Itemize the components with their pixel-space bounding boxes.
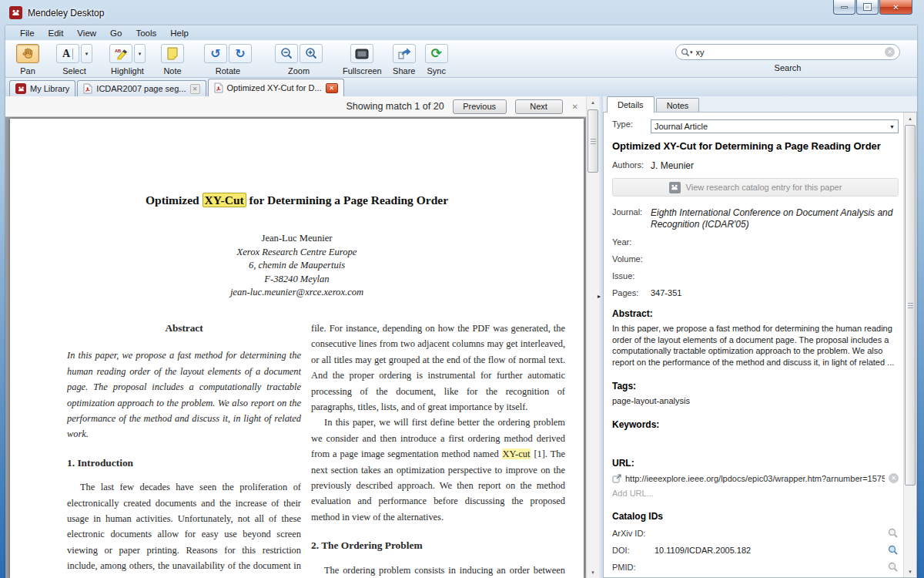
abstract-heading: Abstract: bbox=[612, 308, 899, 319]
zoom-in-button[interactable] bbox=[300, 44, 323, 63]
combo-arrow-icon: ▼ bbox=[889, 124, 895, 129]
minimize-button[interactable] bbox=[833, 0, 855, 15]
details-scroll-thumb[interactable] bbox=[905, 125, 916, 486]
note-group: Note bbox=[161, 44, 184, 76]
pdf-viewport[interactable]: Optimized XY-Cut for Determining a Page … bbox=[5, 117, 586, 578]
pane-splitter[interactable]: ▸ bbox=[599, 96, 603, 578]
search-clear-icon[interactable]: ✕ bbox=[885, 47, 895, 57]
scroll-down-icon[interactable]: ▼ bbox=[587, 566, 599, 578]
pdf-file-icon bbox=[214, 82, 223, 93]
pmid-lookup-icon[interactable] bbox=[888, 562, 899, 573]
scroll-down-icon[interactable]: ▼ bbox=[904, 566, 916, 577]
menu-bar: File Edit View Go Tools Help bbox=[5, 25, 917, 40]
authors-value[interactable]: J. Meunier bbox=[651, 160, 694, 171]
menu-tools[interactable]: Tools bbox=[129, 28, 163, 39]
tab-close-icon[interactable]: ✕ bbox=[190, 84, 200, 94]
highlighter-icon: AB bbox=[114, 47, 129, 61]
menu-go[interactable]: Go bbox=[103, 28, 129, 39]
external-link-icon bbox=[612, 474, 621, 483]
share-label: Share bbox=[393, 66, 415, 76]
scroll-grip bbox=[591, 139, 596, 144]
rotate-left-button[interactable]: ↺ bbox=[204, 44, 227, 63]
pages-value[interactable]: 347-351 bbox=[651, 288, 681, 297]
search-match-current: XY-Cut bbox=[203, 193, 246, 207]
paper-title: Optimized XY-Cut for Determining a Page … bbox=[10, 193, 584, 207]
pdf-scroll-track[interactable] bbox=[587, 108, 599, 566]
add-url-field[interactable]: Add URL... bbox=[612, 489, 899, 498]
journal-label: Journal: bbox=[612, 207, 651, 217]
close-button[interactable]: ✕ bbox=[879, 0, 912, 15]
view-catalog-button[interactable]: View research catalog entry for this pap… bbox=[612, 178, 899, 197]
toolbar: Pan A ▾ Select AB ▾ Highlight Note bbox=[5, 40, 917, 78]
select-dropdown-button[interactable]: ▾ bbox=[81, 44, 92, 63]
arxiv-label: ArXiv ID: bbox=[612, 529, 654, 538]
share-icon bbox=[397, 48, 411, 60]
details-title[interactable]: Optimized XY-Cut for Determining a Page … bbox=[612, 140, 899, 153]
menu-help[interactable]: Help bbox=[163, 28, 196, 39]
rotate-right-button[interactable]: ↻ bbox=[229, 44, 252, 63]
select-button[interactable]: A bbox=[56, 44, 79, 63]
maximize-button[interactable] bbox=[856, 0, 879, 15]
previous-match-button[interactable]: Previous bbox=[453, 99, 507, 114]
type-combobox[interactable]: Journal Article ▼ bbox=[651, 119, 899, 133]
remove-url-icon[interactable]: ✕ bbox=[889, 473, 899, 483]
details-scrollbar[interactable]: ▲ ▼ bbox=[903, 113, 916, 577]
scroll-up-icon[interactable]: ▲ bbox=[587, 96, 599, 108]
search-label: Search bbox=[775, 63, 802, 72]
author-affiliation: Xerox Research Centre Europe bbox=[10, 246, 584, 260]
pan-button[interactable] bbox=[16, 44, 39, 63]
highlight-button[interactable]: AB bbox=[109, 44, 132, 63]
search-box[interactable]: ▾ ✕ bbox=[675, 44, 900, 60]
next-match-button[interactable]: Next bbox=[515, 99, 563, 114]
note-label: Note bbox=[163, 66, 181, 76]
share-button[interactable] bbox=[393, 44, 416, 63]
find-close-icon[interactable]: ✕ bbox=[572, 102, 578, 111]
abstract-value[interactable]: In this paper, we propose a fast method … bbox=[612, 323, 899, 368]
menu-file[interactable]: File bbox=[13, 28, 42, 39]
volume-label: Volume: bbox=[612, 254, 651, 264]
year-label: Year: bbox=[612, 237, 651, 247]
journal-value[interactable]: Eighth International Conference on Docum… bbox=[651, 207, 899, 230]
search-filter-dropdown-icon[interactable]: ▾ bbox=[690, 49, 693, 55]
highlight-dropdown-button[interactable]: ▾ bbox=[134, 44, 146, 63]
body-paragraph: file. For instance, depending on how the… bbox=[311, 321, 565, 415]
zoom-out-button[interactable] bbox=[275, 44, 298, 63]
tags-heading: Tags: bbox=[612, 381, 899, 391]
menu-view[interactable]: View bbox=[70, 28, 103, 39]
minimize-icon bbox=[841, 6, 848, 8]
paper-author-block: Jean-Luc Meunier Xerox Research Centre E… bbox=[10, 232, 584, 300]
section-heading: 2. The Ordering Problem bbox=[311, 538, 565, 553]
scroll-up-icon[interactable]: ▲ bbox=[904, 113, 916, 124]
issue-label: Issue: bbox=[612, 271, 651, 281]
tab-optimized-xy-cut[interactable]: Optimized XY-Cut for D... ✕ bbox=[208, 79, 344, 96]
sync-button[interactable]: ⟳ bbox=[425, 44, 448, 63]
zoom-label: Zoom bbox=[288, 66, 310, 76]
menu-edit[interactable]: Edit bbox=[42, 28, 71, 39]
note-button[interactable] bbox=[161, 44, 184, 63]
tags-value[interactable]: page-layout-analysis bbox=[612, 396, 899, 405]
splitter-collapse-icon[interactable]: ▸ bbox=[598, 294, 601, 300]
doi-value[interactable]: 10.1109/ICDAR.2005.182 bbox=[654, 546, 751, 555]
tab-my-library[interactable]: My Library bbox=[9, 80, 75, 96]
pages-label: Pages: bbox=[612, 288, 651, 297]
tab-icdar2007-paper[interactable]: ICDAR2007 page seg... ✕ bbox=[77, 80, 206, 96]
search-input[interactable] bbox=[696, 48, 885, 57]
view-catalog-label: View research catalog entry for this pap… bbox=[686, 183, 842, 192]
pdf-scroll-thumb[interactable] bbox=[588, 109, 598, 173]
fullscreen-button[interactable] bbox=[350, 44, 373, 63]
section-heading: 1. Introduction bbox=[67, 455, 301, 471]
tab-details[interactable]: Details bbox=[607, 96, 654, 113]
highlight-group: AB ▾ Highlight bbox=[109, 44, 146, 76]
pdf-scrollbar[interactable]: ▲ ▼ bbox=[586, 96, 599, 578]
fullscreen-icon bbox=[355, 49, 369, 59]
url-value[interactable]: http://ieeexplore.ieee.org/lpdocs/epic03… bbox=[625, 474, 885, 483]
tab-close-icon[interactable]: ✕ bbox=[326, 83, 338, 93]
abstract-heading: Abstract bbox=[67, 321, 301, 336]
arxiv-lookup-icon[interactable] bbox=[888, 528, 899, 539]
mendeley-logo-icon bbox=[15, 83, 26, 94]
doi-lookup-icon[interactable] bbox=[888, 545, 899, 556]
select-text-icon: A bbox=[62, 49, 73, 59]
details-scroll-track[interactable] bbox=[904, 124, 916, 566]
share-group: Share bbox=[393, 44, 416, 76]
tab-notes[interactable]: Notes bbox=[656, 98, 700, 113]
